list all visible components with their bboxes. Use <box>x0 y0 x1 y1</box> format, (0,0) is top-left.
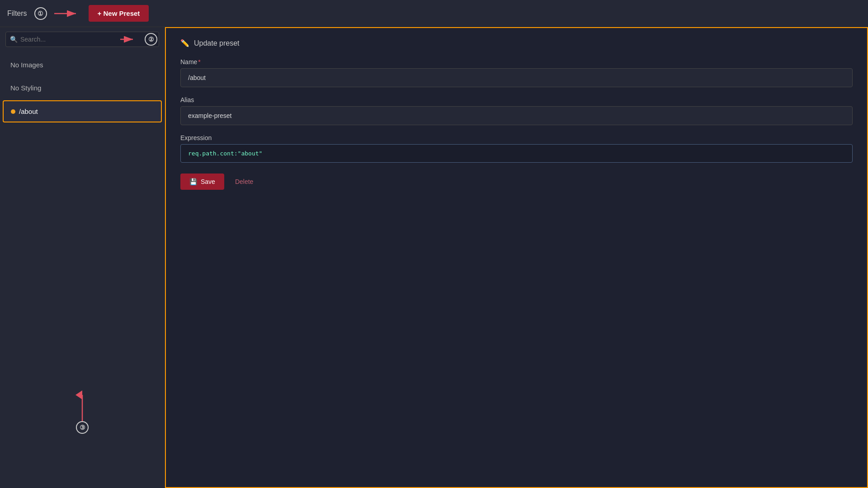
name-form-group: Name* <box>180 58 853 87</box>
preset-label: /about <box>19 108 38 115</box>
panel-title: Update preset <box>194 39 240 47</box>
preset-item-about[interactable]: /about <box>3 100 162 122</box>
right-panel: ✏️ Update preset Name* Alias Expression <box>165 27 868 488</box>
arrow-2 <box>120 34 143 45</box>
preset-list: No Images No Styling /about <box>0 52 165 125</box>
panel-header: ✏️ Update preset <box>180 39 853 47</box>
preset-label: No Images <box>10 61 43 69</box>
delete-button[interactable]: Delete <box>231 174 257 190</box>
annotation-circle-2: ② <box>145 33 157 46</box>
page-title: Filters <box>7 9 27 18</box>
arrow-to-button <box>54 7 81 20</box>
alias-input[interactable] <box>180 106 853 125</box>
search-container: 🔍 ② <box>0 27 165 52</box>
search-icon: 🔍 <box>10 36 18 43</box>
preset-label: No Styling <box>10 84 41 92</box>
edit-icon: ✏️ <box>180 39 189 47</box>
alias-label: Alias <box>180 96 853 103</box>
annotation-3-group: ③ <box>75 389 89 434</box>
name-input[interactable] <box>180 68 853 87</box>
annotation-circle-3: ③ <box>76 421 89 434</box>
annotation-2-group: ② <box>120 33 157 46</box>
expression-input[interactable] <box>180 144 853 163</box>
sidebar: 🔍 ② <box>0 27 165 488</box>
alias-form-group: Alias <box>180 96 853 125</box>
save-icon: 💾 <box>189 178 197 185</box>
preset-active-dot <box>11 109 15 114</box>
name-label: Name* <box>180 58 853 66</box>
preset-item-no-images[interactable]: No Images <box>3 54 162 75</box>
expression-form-group: Expression <box>180 134 853 163</box>
annotation-1: ① <box>34 7 47 20</box>
save-button[interactable]: 💾 Save <box>180 174 224 190</box>
main-content: 🔍 ② <box>0 27 868 488</box>
expression-label: Expression <box>180 134 853 141</box>
header-bar: Filters ① + New Preset <box>0 0 868 27</box>
form-actions: 💾 Save Delete <box>180 174 853 190</box>
new-preset-button[interactable]: + New Preset <box>89 5 149 22</box>
arrow-3 <box>75 389 89 421</box>
preset-item-no-styling[interactable]: No Styling <box>3 77 162 99</box>
